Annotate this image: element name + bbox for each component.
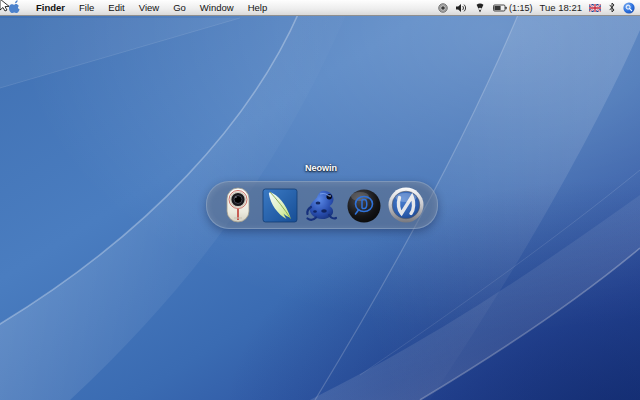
spotlight-icon[interactable] [623, 0, 635, 15]
menu-bar-status: (1:15) Tue 18:21 [438, 0, 640, 15]
chat-ball-icon[interactable] [344, 185, 384, 225]
app-switcher [206, 181, 438, 229]
neowin-globe-icon[interactable] [386, 185, 426, 225]
mouse-cursor [0, 0, 12, 16]
menu-bar: Finder File Edit View Go Window Help [0, 0, 640, 16]
menu-bar-left: Finder File Edit View Go Window Help [0, 0, 274, 15]
battery-time-label: (1:15) [509, 3, 533, 13]
azureus-frog-icon[interactable] [302, 185, 342, 225]
battery-menu[interactable]: (1:15) [493, 3, 533, 13]
audio-device-icon[interactable] [218, 185, 258, 225]
menu-item-go[interactable]: Go [166, 0, 193, 15]
bluetooth-icon[interactable] [608, 0, 616, 15]
menu-item-file[interactable]: File [72, 0, 101, 15]
switcher-app-name: Neowin [206, 163, 436, 173]
airport-wifi-icon[interactable] [474, 0, 486, 15]
clock[interactable]: Tue 18:21 [540, 2, 582, 13]
battery-icon [493, 4, 507, 12]
photoshop-icon[interactable] [260, 185, 300, 225]
menu-item-finder[interactable]: Finder [29, 0, 72, 15]
volume-icon[interactable] [455, 0, 467, 15]
uk-flag-icon[interactable] [589, 0, 601, 15]
menu-item-edit[interactable]: Edit [101, 0, 131, 15]
menu-item-help[interactable]: Help [241, 0, 275, 15]
menu-item-window[interactable]: Window [193, 0, 241, 15]
status-menu-icon[interactable] [438, 0, 448, 15]
menu-item-view[interactable]: View [132, 0, 166, 15]
